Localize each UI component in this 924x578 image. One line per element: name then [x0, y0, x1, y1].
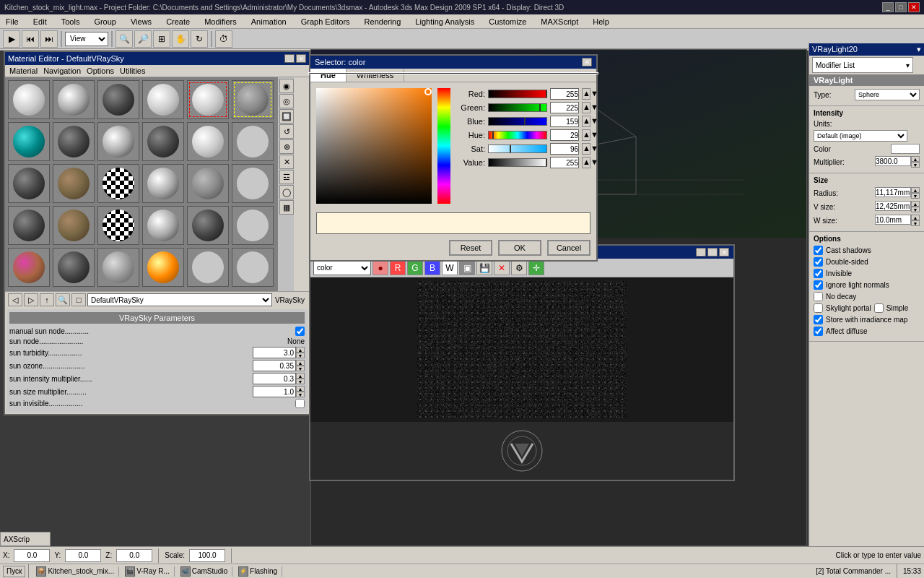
green-slider[interactable] — [488, 103, 547, 112]
double-sided-checkbox[interactable] — [814, 257, 823, 267]
mat-cell-3[interactable] — [97, 80, 139, 119]
mat-nav-forward-button[interactable]: ▷ — [24, 293, 38, 306]
multiplier-spinner[interactable]: ▲ ▼ — [911, 156, 920, 168]
menu-edit[interactable]: Edit — [30, 16, 50, 27]
ignore-normals-checkbox[interactable] — [814, 280, 823, 290]
param-ozone-spinner[interactable]: ▲ ▼ — [296, 360, 305, 371]
color-close-button[interactable]: ✕ — [582, 58, 592, 66]
mult-spin-dn-icon[interactable]: ▼ — [911, 162, 920, 168]
coord-y-input[interactable] — [65, 549, 101, 562]
cancel-button[interactable]: Cancel — [547, 240, 590, 256]
menu-lighting[interactable]: Lighting Analysis — [412, 16, 477, 27]
color-selector-title[interactable]: Selector: color ✕ — [310, 56, 596, 69]
menu-tools[interactable]: Tools — [58, 16, 83, 27]
menu-group[interactable]: Group — [91, 16, 119, 27]
spin-up3-icon[interactable]: ▲ — [296, 373, 305, 379]
color-gradient-area[interactable] — [316, 88, 432, 204]
sat-spinner[interactable]: ▲▼ — [582, 143, 590, 155]
tab-hue[interactable]: Hue — [310, 69, 346, 82]
units-select[interactable]: Default (image) — [814, 130, 907, 142]
simple-checkbox[interactable] — [874, 303, 884, 313]
affect-diffuse-checkbox[interactable] — [814, 327, 823, 336]
skylight-portal-checkbox[interactable] — [814, 303, 823, 313]
mat-cell-19[interactable] — [8, 206, 50, 245]
green-input[interactable] — [550, 102, 579, 113]
mat-cell-17[interactable] — [187, 164, 229, 203]
param-intensity-input[interactable] — [253, 373, 296, 384]
sat-slider[interactable] — [488, 144, 547, 153]
vsize-spinner[interactable]: ▲ ▼ — [911, 201, 920, 212]
cast-shadows-checkbox[interactable] — [814, 246, 823, 255]
mat-assign-button[interactable]: 🔲 — [279, 109, 294, 124]
mat-cell-28[interactable] — [142, 248, 184, 287]
rf-add-btn[interactable]: ✛ — [528, 261, 544, 275]
time-config-button[interactable]: ⏱ — [215, 30, 232, 48]
zoom-in-button[interactable]: 🔍 — [116, 30, 133, 48]
rad-spin-dn-icon[interactable]: ▼ — [911, 193, 920, 199]
menu-maxscript[interactable]: MAXScript — [538, 16, 581, 27]
mat-cell-14[interactable] — [53, 164, 95, 203]
green-spinner[interactable]: ▲▼ — [582, 102, 590, 113]
mat-cell-15[interactable] — [97, 164, 139, 203]
mat-put-material-button[interactable]: ◎ — [279, 94, 294, 108]
spin-dn2-icon[interactable]: ▼ — [296, 366, 305, 371]
hue-slider[interactable] — [488, 131, 547, 139]
spin-up-icon[interactable]: ▲ — [296, 347, 305, 353]
menu-views[interactable]: Views — [128, 16, 154, 27]
start-button[interactable]: Пуск — [3, 566, 25, 577]
ok-button[interactable]: OK — [498, 240, 541, 256]
mat-nav-back-button[interactable]: ◁ — [8, 293, 22, 306]
mat-copy-button[interactable]: ⊕ — [279, 139, 294, 154]
rf-close-button[interactable]: ✕ — [719, 248, 729, 256]
spin-dn3-icon[interactable]: ▼ — [296, 379, 305, 384]
blue-spinner[interactable]: ▲▼ — [582, 116, 590, 127]
rf-blue-btn[interactable]: B — [424, 261, 440, 275]
menu-rendering[interactable]: Rendering — [362, 16, 404, 27]
next-frame-button[interactable]: ⏭ — [40, 30, 58, 48]
mat-cell-26[interactable] — [53, 248, 95, 287]
radius-spinner[interactable]: ▲ ▼ — [911, 187, 920, 199]
radius-input[interactable] — [875, 187, 911, 197]
mat-cell-30[interactable] — [232, 248, 274, 287]
ws-spin-dn-icon[interactable]: ▼ — [911, 220, 920, 226]
mat-cell-24[interactable] — [232, 206, 274, 245]
mat-sphere-view-button[interactable]: ◯ — [279, 185, 294, 199]
mat-cell-7[interactable] — [8, 122, 50, 161]
mat-cell-22[interactable] — [142, 206, 184, 245]
close-button[interactable]: ✕ — [908, 2, 920, 12]
blue-slider[interactable] — [488, 117, 547, 126]
mat-cell-29[interactable] — [187, 248, 229, 287]
mat-cell-9[interactable] — [97, 122, 139, 161]
reset-button[interactable]: Reset — [449, 240, 492, 256]
hue-spinner[interactable]: ▲▼ — [582, 129, 590, 141]
spin-up2-icon[interactable]: ▲ — [296, 360, 305, 366]
mat-name-dropdown[interactable]: DefaultVRaySky — [87, 293, 272, 306]
mat-cell-21[interactable] — [97, 206, 139, 245]
menu-customize[interactable]: Customize — [486, 16, 529, 27]
mat-cell-16[interactable] — [142, 164, 184, 203]
mat-minimize-button[interactable]: _ — [284, 54, 295, 63]
mat-menu-utilities[interactable]: Utilities — [120, 66, 145, 75]
spin-dn-icon[interactable]: ▼ — [296, 353, 305, 358]
zoom-all-button[interactable]: ⊞ — [153, 30, 170, 48]
rf-save-btn[interactable]: 💾 — [476, 261, 492, 275]
multiplier-input[interactable] — [875, 156, 911, 166]
vs-spin-up-icon[interactable]: ▲ — [911, 201, 920, 207]
rad-spin-up-icon[interactable]: ▲ — [911, 187, 920, 193]
coord-z-input[interactable] — [116, 549, 152, 562]
mat-cell-23[interactable] — [187, 206, 229, 245]
coord-x-input[interactable] — [14, 549, 50, 562]
mat-to-parent-button[interactable]: ↑ — [40, 293, 54, 306]
mat-reset-button[interactable]: ↺ — [279, 124, 294, 139]
param-turbidity-input[interactable] — [253, 347, 296, 358]
scale-input[interactable] — [189, 549, 225, 562]
menu-help[interactable]: Help — [590, 16, 612, 27]
mat-pick-button[interactable]: 🔍 — [56, 293, 70, 306]
taskbar-task-2[interactable]: 📹 CamStudio — [176, 566, 232, 577]
minimize-button[interactable]: _ — [882, 2, 894, 12]
menu-file[interactable]: File — [3, 16, 22, 27]
mult-spin-up-icon[interactable]: ▲ — [911, 156, 920, 162]
param-size-input[interactable] — [253, 386, 296, 397]
hue-input[interactable] — [550, 129, 579, 141]
rf-minimize-button[interactable]: _ — [696, 248, 706, 256]
